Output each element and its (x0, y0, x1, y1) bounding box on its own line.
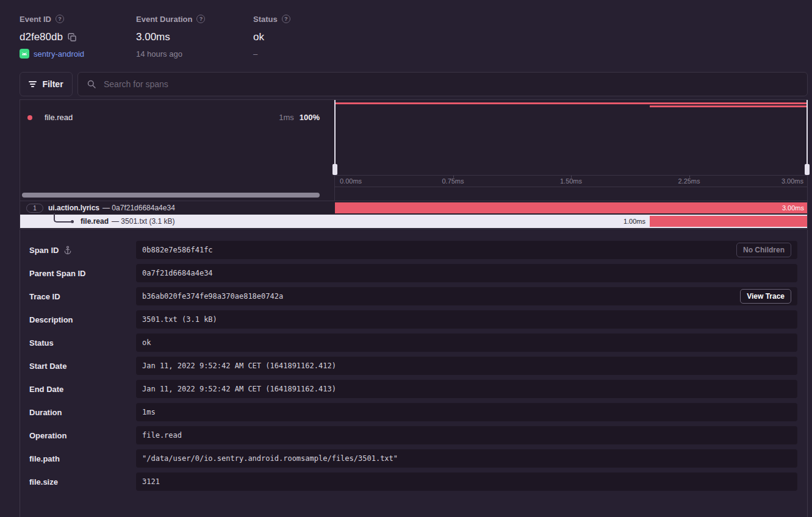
trace-minimap[interactable] (335, 100, 807, 175)
detail-row-status: Status ok (20, 333, 807, 352)
timeline-area: 0.00ms 0.75ms 1.50ms 2.25ms 3.00ms (335, 100, 807, 201)
op-percent: 100% (300, 113, 320, 122)
tree-connector (54, 213, 71, 223)
event-duration-label: Event Duration (136, 15, 192, 24)
detail-row-trace-id: Trace ID b36ab020fe374fe98a370ae818e0742… (20, 287, 807, 305)
detail-value: 1ms (136, 403, 797, 421)
timeline-gutter (335, 187, 807, 200)
no-children-badge: No Children (736, 243, 791, 257)
detail-value: 0b882e7e586f41fc No Children (136, 241, 797, 259)
anchor-icon[interactable] (63, 246, 72, 254)
detail-row-start-date: Start Date Jan 11, 2022 9:52:42 AM CET (… (20, 357, 807, 375)
minimap-span-line (335, 102, 807, 104)
minimap-right-handle[interactable] (807, 100, 808, 175)
operations-breakdown: file.read 1ms 100% (20, 100, 335, 201)
op-duration: 1ms (279, 113, 294, 122)
axis-tick: 1.50ms (560, 176, 582, 187)
span-bar-label: 1.00ms (623, 215, 645, 228)
op-name: file.read (45, 113, 73, 122)
horizontal-scrollbar[interactable] (22, 193, 320, 198)
span-details-panel: Span ID 0b882e7e586f41fc No Children Par… (20, 230, 808, 517)
detail-value: ok (136, 333, 797, 352)
status-value: ok (253, 31, 264, 43)
filter-icon (29, 81, 37, 87)
event-duration-column: Event Duration ? 3.00ms 14 hours ago (136, 13, 253, 59)
detail-row-end-date: End Date Jan 11, 2022 9:52:42 AM CET (16… (20, 380, 807, 398)
time-axis: 0.00ms 0.75ms 1.50ms 2.25ms 3.00ms (335, 175, 807, 187)
detail-row-file-size: file.size 3121 (20, 472, 807, 491)
tree-dot-icon (71, 220, 74, 223)
span-op-name: file.read (81, 217, 109, 226)
detail-value: b36ab020fe374fe98a370ae818e0742a View Tr… (136, 287, 797, 305)
detail-label: Trace ID (29, 292, 60, 301)
op-dot-icon (27, 115, 32, 120)
minimap-left-handle[interactable] (334, 100, 336, 175)
detail-label: file.path (29, 454, 60, 463)
help-icon[interactable]: ? (56, 15, 64, 23)
event-id-column: Event ID ? d2fe80db s (20, 13, 136, 59)
status-label: Status (253, 15, 278, 24)
android-icon (20, 49, 29, 59)
detail-label: Parent Span ID (29, 269, 85, 278)
op-summary-row[interactable]: file.read 1ms 100% (20, 100, 334, 122)
event-id-label: Event ID (20, 15, 51, 24)
search-input[interactable] (102, 79, 799, 90)
axis-tick: 0.00ms (340, 176, 362, 187)
detail-label: Description (29, 315, 73, 324)
span-duration-bar[interactable]: 3.00ms (335, 202, 807, 213)
detail-label: Duration (29, 408, 62, 417)
trace-view-panel: file.read 1ms 100% 0.00ms 0.75ms 1.50ms … (20, 99, 808, 229)
minimap-row: file.read 1ms 100% 0.00ms 0.75ms 1.50ms … (20, 100, 807, 201)
event-id-label-row: Event ID ? (20, 13, 136, 24)
detail-value: 0a7f21d6684a4e34 (136, 264, 797, 282)
event-header: Event ID ? d2fe80db s (20, 13, 290, 59)
event-id-value: d2fe80db (20, 31, 63, 43)
filter-button[interactable]: Filter (20, 72, 73, 96)
status-sub: – (253, 49, 257, 59)
event-duration-value: 3.00ms (136, 31, 170, 43)
help-icon[interactable]: ? (282, 15, 290, 23)
axis-tick: 3.00ms (781, 176, 803, 187)
detail-value: 3501.txt (3.1 kB) (136, 310, 797, 329)
child-count-badge[interactable]: 1 (26, 204, 43, 213)
detail-value: file.read (136, 426, 797, 444)
span-desc-suffix: — 3501.txt (3.1 kB) (112, 217, 174, 226)
project-link[interactable]: sentry-android (34, 49, 84, 59)
search-icon (87, 79, 96, 89)
event-age: 14 hours ago (136, 49, 182, 59)
span-id-suffix: — 0a7f21d6684a4e34 (102, 204, 175, 212)
detail-value: Jan 11, 2022 9:52:42 AM CET (1641891162.… (136, 357, 797, 375)
detail-row-span-id: Span ID 0b882e7e586f41fc No Children (20, 241, 807, 259)
span-row-selected[interactable]: file.read — 3501.txt (3.1 kB) 1.00ms (20, 215, 807, 228)
detail-row-operation: Operation file.read (20, 426, 807, 444)
detail-row-description: Description 3501.txt (3.1 kB) (20, 310, 807, 329)
axis-tick: 2.25ms (678, 176, 700, 187)
detail-label: Start Date (29, 362, 66, 371)
detail-value: 3121 (136, 472, 797, 491)
detail-label: End Date (29, 385, 63, 394)
span-op-name: ui.action.lyrics (48, 204, 99, 212)
detail-row-parent-span-id: Parent Span ID 0a7f21d6684a4e34 (20, 264, 807, 282)
span-search[interactable] (77, 72, 808, 96)
detail-value: "/data/user/0/io.sentry.android.roomsamp… (136, 449, 797, 468)
detail-value: Jan 11, 2022 9:52:42 AM CET (1641891162.… (136, 380, 797, 398)
detail-label: Span ID (29, 246, 59, 255)
status-column: Status ? ok – (253, 13, 290, 59)
span-bar-label: 3.00ms (335, 202, 807, 213)
copy-icon[interactable] (68, 33, 77, 42)
span-duration-bar[interactable] (650, 216, 807, 227)
help-icon[interactable]: ? (196, 15, 205, 23)
view-trace-button[interactable]: View Trace (740, 289, 791, 304)
detail-label: file.size (29, 477, 58, 487)
detail-row-duration: Duration 1ms (20, 403, 807, 421)
detail-row-file-path: file.path "/data/user/0/io.sentry.androi… (20, 449, 807, 468)
minimap-span-line (650, 105, 807, 107)
status-label-row: Status ? (253, 13, 290, 24)
axis-tick: 0.75ms (442, 176, 464, 187)
filter-button-label: Filter (42, 79, 63, 89)
event-duration-label-row: Event Duration ? (136, 13, 253, 24)
detail-label: Operation (29, 431, 66, 440)
span-row-parent[interactable]: 1 ui.action.lyrics — 0a7f21d6684a4e34 3.… (20, 201, 807, 215)
detail-label: Status (29, 338, 54, 348)
